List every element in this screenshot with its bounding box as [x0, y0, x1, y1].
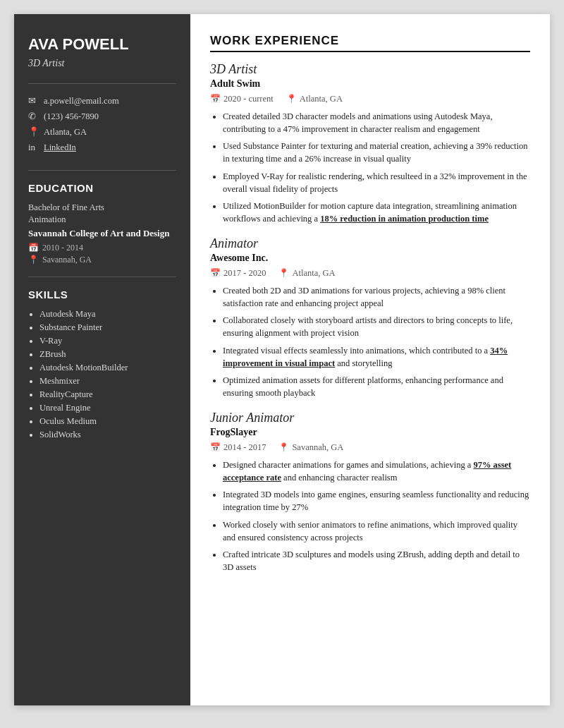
- bullet-2-1: Created both 2D and 3D animations for va…: [223, 284, 530, 310]
- job-location-1: 📍 Atlanta, GA: [286, 94, 343, 104]
- skill-item: Unreal Engine: [39, 403, 176, 413]
- contact-linkedin[interactable]: in LinkedIn: [28, 142, 176, 153]
- job-title-2: Animator: [210, 236, 530, 251]
- highlight-2-3: 34% improvement in visual impact: [223, 346, 508, 368]
- bullet-1-2: Used Substance Painter for texturing and…: [223, 140, 530, 165]
- job-block-2: Animator Awesome Inc. 📅 2017 - 2020 📍 At…: [210, 236, 530, 399]
- contact-location: 📍 Atlanta, GA: [28, 126, 176, 138]
- linkedin-link[interactable]: LinkedIn: [44, 142, 76, 153]
- skills-list: Autodesk Maya Substance Painter V-Ray ZB…: [28, 309, 176, 440]
- sidebar-divider-1: [28, 83, 176, 84]
- location-icon-3: 📍: [278, 442, 289, 453]
- linkedin-icon: in: [28, 142, 39, 153]
- bullet-3-1: Designed character animations for games …: [223, 459, 530, 484]
- bullet-3-4: Crafted intricate 3D sculptures and mode…: [223, 548, 530, 574]
- bullet-2-2: Collaborated closely with storyboard art…: [223, 314, 530, 339]
- job-company-1: Adult Swim: [210, 78, 530, 90]
- job-block-1: 3D Artist Adult Swim 📅 2020 - current 📍 …: [210, 62, 530, 225]
- education-section-title: EDUCATION: [28, 182, 176, 194]
- job-years-3: 📅 2014 - 2017: [210, 442, 266, 453]
- location-icon: 📍: [28, 126, 39, 138]
- sidebar: AVA POWELL 3D Artist ✉ a.powell@email.co…: [14, 14, 190, 705]
- edu-location-icon: 📍: [28, 255, 39, 265]
- job-years-2: 📅 2017 - 2020: [210, 268, 266, 279]
- skill-item: Autodesk MotionBuilder: [39, 363, 176, 373]
- calendar-icon: 📅: [28, 243, 39, 253]
- edu-years: 📅 2010 - 2014: [28, 243, 176, 253]
- job-bullets-1: Created detailed 3D character models and…: [210, 110, 530, 225]
- highlight-3-1: 97% asset acceptance rate: [223, 460, 511, 483]
- highlight-1-4: 18% reduction in animation production ti…: [320, 214, 489, 224]
- job-meta-3: 📅 2014 - 2017 📍 Savannah, GA: [210, 442, 530, 453]
- skill-item: Meshmixer: [39, 376, 176, 387]
- job-block-3: Junior Animator FrogSlayer 📅 2014 - 2017…: [210, 411, 530, 574]
- candidate-name: AVA POWELL: [28, 35, 176, 54]
- email-icon: ✉: [28, 95, 39, 107]
- job-location-value-2: Atlanta, GA: [292, 268, 335, 279]
- job-location-3: 📍 Savannah, GA: [278, 442, 343, 453]
- skill-item: V-Ray: [39, 336, 176, 346]
- edu-degree: Bachelor of Fine Arts: [28, 202, 176, 213]
- phone-value: (123) 456-7890: [44, 111, 99, 122]
- job-location-value-1: Atlanta, GA: [300, 94, 343, 104]
- skill-item: Substance Painter: [39, 322, 176, 333]
- skill-item: SolidWorks: [39, 430, 176, 440]
- bullet-1-1: Created detailed 3D character models and…: [223, 110, 530, 135]
- calendar-icon-2: 📅: [210, 268, 221, 279]
- contact-phone: ✆ (123) 456-7890: [28, 111, 176, 122]
- skill-item: RealityCapture: [39, 389, 176, 400]
- calendar-icon-1: 📅: [210, 94, 221, 104]
- skills-section-title: SKILLS: [28, 289, 176, 301]
- job-location-value-3: Savannah, GA: [292, 442, 343, 453]
- contact-section: ✉ a.powell@email.com ✆ (123) 456-7890 📍 …: [28, 95, 176, 153]
- job-years-1: 📅 2020 - current: [210, 94, 274, 104]
- sidebar-divider-2: [28, 170, 176, 171]
- bullet-2-4: Optimized animation assets for different…: [223, 374, 530, 399]
- job-company-3: FrogSlayer: [210, 427, 530, 438]
- edu-school: Savannah College of Art and Design: [28, 228, 176, 240]
- email-value: a.powell@email.com: [44, 96, 119, 107]
- bullet-1-3: Employed V-Ray for realistic rendering, …: [223, 170, 530, 195]
- job-location-2: 📍 Atlanta, GA: [278, 268, 335, 279]
- edu-field: Animation: [28, 214, 176, 225]
- skill-item: ZBrush: [39, 349, 176, 360]
- bullet-3-3: Worked closely with senior animators to …: [223, 518, 530, 544]
- skill-item: Autodesk Maya: [39, 309, 176, 320]
- phone-icon: ✆: [28, 111, 39, 122]
- calendar-icon-3: 📅: [210, 442, 221, 453]
- contact-email: ✉ a.powell@email.com: [28, 95, 176, 107]
- work-experience-title: WORK EXPERIENCE: [210, 34, 530, 52]
- location-icon-2: 📍: [278, 268, 289, 279]
- edu-city-value: Savannah, GA: [42, 255, 92, 265]
- candidate-title: 3D Artist: [28, 58, 176, 69]
- job-company-2: Awesome Inc.: [210, 253, 530, 264]
- edu-years-value: 2010 - 2014: [42, 243, 83, 253]
- job-meta-2: 📅 2017 - 2020 📍 Atlanta, GA: [210, 268, 530, 279]
- skill-item: Oculus Medium: [39, 416, 176, 427]
- job-bullets-3: Designed character animations for games …: [210, 459, 530, 574]
- job-meta-1: 📅 2020 - current 📍 Atlanta, GA: [210, 94, 530, 104]
- bullet-2-3: Integrated visual effects seamlessly int…: [223, 344, 530, 370]
- job-years-value-3: 2014 - 2017: [223, 442, 266, 453]
- job-title-3: Junior Animator: [210, 411, 530, 425]
- edu-city: 📍 Savannah, GA: [28, 255, 176, 265]
- sidebar-divider-3: [28, 277, 176, 277]
- resume-container: AVA POWELL 3D Artist ✉ a.powell@email.co…: [14, 14, 550, 705]
- job-years-value-2: 2017 - 2020: [223, 268, 266, 279]
- bullet-3-2: Integrated 3D models into game engines, …: [223, 488, 530, 514]
- job-bullets-2: Created both 2D and 3D animations for va…: [210, 284, 530, 399]
- main-content: WORK EXPERIENCE 3D Artist Adult Swim 📅 2…: [190, 14, 550, 705]
- job-years-value-1: 2020 - current: [223, 94, 274, 104]
- location-icon-1: 📍: [286, 94, 297, 104]
- bullet-1-4: Utilized MotionBuilder for motion captur…: [223, 200, 530, 225]
- location-value: Atlanta, GA: [44, 127, 87, 138]
- job-title-1: 3D Artist: [210, 62, 530, 77]
